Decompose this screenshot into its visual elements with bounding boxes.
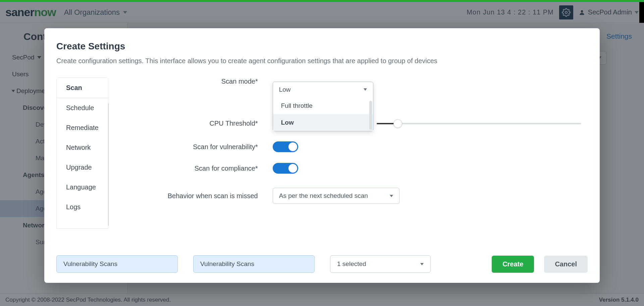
modal-tab-scan[interactable]: Scan bbox=[57, 78, 108, 98]
cancel-button[interactable]: Cancel bbox=[544, 256, 588, 273]
modal-tab-logs[interactable]: Logs bbox=[57, 197, 108, 217]
toggle-knob bbox=[288, 164, 297, 173]
scan-mode-selected: Low bbox=[279, 86, 291, 93]
dropdown-scrollbar[interactable] bbox=[369, 101, 372, 130]
scan-vuln-label: Scan for vulnerability* bbox=[132, 143, 273, 151]
scan-vuln-toggle[interactable] bbox=[273, 141, 298, 152]
modal-overlay: Create Settings Create configuration set… bbox=[0, 2, 644, 306]
modal-tab-upgrade[interactable]: Upgrade bbox=[57, 158, 108, 177]
group-select-value: 1 selected bbox=[337, 260, 366, 268]
modal-tab-remediate[interactable]: Remediate bbox=[57, 118, 108, 138]
chevron-down-icon bbox=[420, 263, 424, 265]
create-settings-modal: Create Settings Create configuration set… bbox=[44, 28, 600, 283]
scan-mode-option-full[interactable]: Full throttle bbox=[273, 97, 373, 114]
cpu-threshold-label: CPU Threshold* bbox=[132, 120, 273, 127]
modal-footer: Vulnerability Scans Vulnerability Scans … bbox=[56, 255, 588, 273]
create-button[interactable]: Create bbox=[492, 256, 534, 273]
modal-tab-divider bbox=[108, 103, 109, 226]
chevron-down-icon bbox=[364, 88, 367, 91]
modal-tab-network[interactable]: Network bbox=[57, 138, 108, 158]
modal-description: Create configuration settings. This inte… bbox=[56, 57, 588, 65]
right-edge-strip bbox=[639, 2, 644, 23]
toggle-knob bbox=[288, 142, 297, 151]
modal-tab-list: Scan Schedule Remediate Network Upgrade … bbox=[56, 78, 108, 229]
scan-mode-label: Scan mode* bbox=[132, 78, 273, 85]
behavior-label: Behavior when scan is missed bbox=[132, 192, 273, 200]
group-select[interactable]: 1 selected bbox=[330, 255, 431, 273]
modal-tab-language[interactable]: Language bbox=[57, 177, 108, 197]
modal-form: Scan mode* Low Full throttle Low bbox=[108, 78, 588, 246]
scan-comp-toggle[interactable] bbox=[273, 163, 298, 174]
cpu-threshold-slider[interactable] bbox=[377, 123, 581, 124]
scan-mode-dropdown-open[interactable]: Low Full throttle Low bbox=[273, 82, 373, 131]
modal-tab-schedule[interactable]: Schedule bbox=[57, 98, 108, 118]
modal-title: Create Settings bbox=[56, 41, 588, 52]
scan-comp-label: Scan for compliance* bbox=[132, 165, 273, 172]
chevron-down-icon bbox=[390, 195, 393, 197]
scan-mode-option-low[interactable]: Low bbox=[273, 114, 373, 131]
behavior-value: As per the next scheduled scan bbox=[279, 192, 368, 200]
settings-name-input-1[interactable]: Vulnerability Scans bbox=[56, 255, 178, 273]
slider-thumb[interactable] bbox=[393, 119, 402, 128]
behavior-select[interactable]: As per the next scheduled scan bbox=[273, 188, 399, 204]
settings-name-input-2[interactable]: Vulnerability Scans bbox=[193, 255, 315, 273]
